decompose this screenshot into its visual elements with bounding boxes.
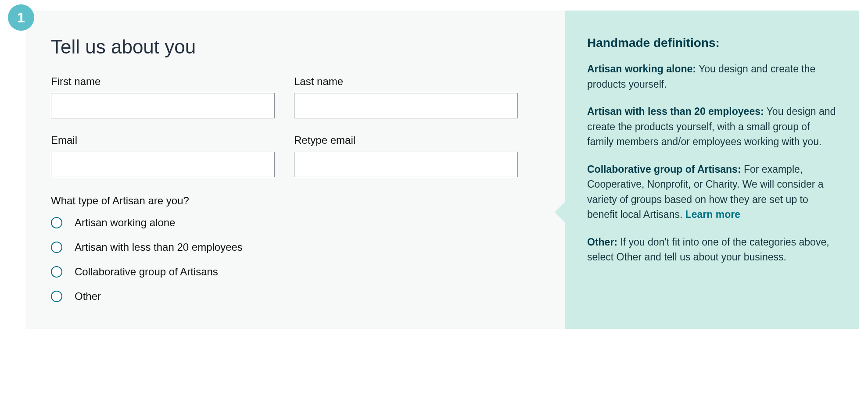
radio-icon[interactable] bbox=[51, 266, 62, 278]
learn-more-link[interactable]: Learn more bbox=[685, 209, 740, 220]
retype-email-field: Retype email bbox=[294, 134, 518, 177]
radio-label: Other bbox=[75, 290, 101, 303]
last-name-label: Last name bbox=[294, 75, 518, 88]
step-section: 1 Tell us about you First name Last name… bbox=[0, 0, 868, 329]
form-row-emails: Email Retype email bbox=[51, 134, 540, 177]
radio-icon[interactable] bbox=[51, 291, 62, 302]
radio-item-artisan-alone[interactable]: Artisan working alone bbox=[51, 217, 540, 229]
section-columns: Tell us about you First name Last name E… bbox=[25, 11, 859, 329]
radio-item-collaborative[interactable]: Collaborative group of Artisans bbox=[51, 266, 540, 278]
radio-label: Artisan with less than 20 employees bbox=[75, 241, 243, 253]
definition-artisan-lt20: Artisan with less than 20 employees: You… bbox=[587, 104, 837, 150]
definition-term: Collaborative group of Artisans: bbox=[587, 164, 741, 175]
form-title: Tell us about you bbox=[51, 36, 540, 58]
definition-collaborative: Collaborative group of Artisans: For exa… bbox=[587, 162, 837, 222]
last-name-input[interactable] bbox=[294, 93, 518, 118]
definition-term: Artisan with less than 20 employees: bbox=[587, 106, 764, 117]
definition-term: Other: bbox=[587, 236, 617, 248]
radio-item-artisan-lt20[interactable]: Artisan with less than 20 employees bbox=[51, 241, 540, 253]
definitions-panel: Handmade definitions: Artisan working al… bbox=[565, 11, 859, 329]
email-input[interactable] bbox=[51, 152, 275, 177]
first-name-label: First name bbox=[51, 75, 275, 88]
form-row-names: First name Last name bbox=[51, 75, 540, 118]
definition-artisan-alone: Artisan working alone: You design and cr… bbox=[587, 61, 837, 92]
radio-icon[interactable] bbox=[51, 217, 62, 228]
first-name-field: First name bbox=[51, 75, 275, 118]
definition-desc: If you don't fit into one of the categor… bbox=[587, 236, 829, 263]
last-name-field: Last name bbox=[294, 75, 518, 118]
definition-other: Other: If you don't fit into one of the … bbox=[587, 235, 837, 265]
definition-term: Artisan working alone: bbox=[587, 63, 696, 75]
form-panel: Tell us about you First name Last name E… bbox=[25, 11, 565, 329]
radio-item-other[interactable]: Other bbox=[51, 290, 540, 303]
email-field: Email bbox=[51, 134, 275, 177]
retype-email-label: Retype email bbox=[294, 134, 518, 146]
email-label: Email bbox=[51, 134, 275, 146]
callout-pointer-icon bbox=[555, 199, 568, 225]
artisan-type-radio-list: Artisan working alone Artisan with less … bbox=[51, 217, 540, 303]
radio-label: Collaborative group of Artisans bbox=[75, 266, 218, 278]
definitions-title: Handmade definitions: bbox=[587, 36, 837, 50]
radio-label: Artisan working alone bbox=[75, 217, 175, 229]
artisan-type-question: What type of Artisan are you? bbox=[51, 195, 540, 207]
step-number-badge: 1 bbox=[8, 4, 34, 31]
radio-icon[interactable] bbox=[51, 242, 62, 253]
retype-email-input[interactable] bbox=[294, 152, 518, 177]
first-name-input[interactable] bbox=[51, 93, 275, 118]
